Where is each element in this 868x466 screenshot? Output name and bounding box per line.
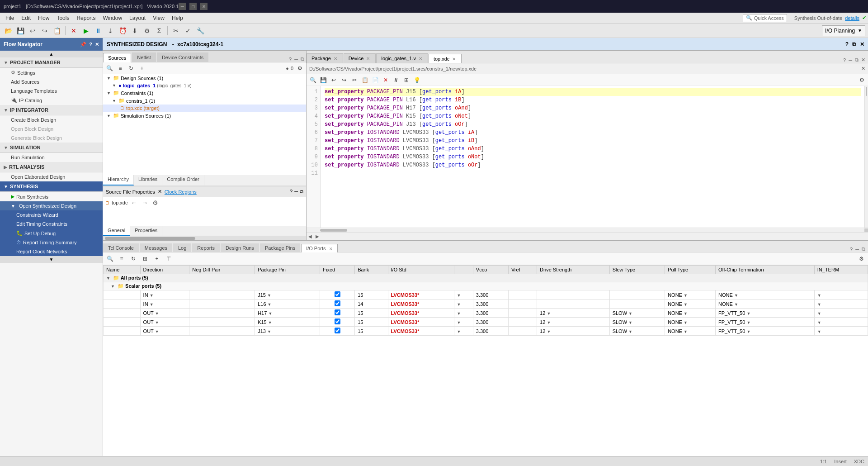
iostd-arrow-1[interactable]: ▼ [454, 290, 473, 300]
filter-button[interactable]: ≡ [116, 64, 125, 72]
direction-2[interactable]: IN ▼ [140, 300, 189, 309]
help-sfp-icon[interactable]: ? [290, 189, 292, 195]
close-device-tab[interactable]: ✕ [365, 56, 371, 61]
nav-item-run-simulation[interactable]: Run Simulation [0, 153, 103, 162]
redo-editor-button[interactable]: ↪ [340, 76, 349, 84]
flow-nav-close-icon[interactable]: ✕ [95, 42, 99, 48]
sources-settings-button[interactable]: ⚙ [295, 64, 304, 72]
add-source-button[interactable]: + [137, 64, 146, 72]
editor-hscroll-thumb[interactable] [320, 229, 347, 232]
fixed-checkbox-1[interactable] [335, 291, 340, 297]
next-file-button[interactable]: → [140, 199, 149, 206]
offchip-5[interactable]: FP_VTT_50 ▼ [716, 327, 815, 336]
interm-2[interactable]: ▼ [814, 300, 868, 309]
code-editor[interactable]: set_property PACKAGE_PIN J15 [get_ports … [321, 86, 864, 228]
pull-3[interactable]: NONE ▼ [665, 309, 716, 318]
delete-button[interactable]: ✕ [68, 25, 79, 36]
nav-item-edit-timing-constraints[interactable]: Edit Timing Constraints [0, 219, 103, 228]
undo-button[interactable]: ↩ [27, 25, 38, 36]
fixed-3[interactable] [320, 309, 355, 318]
fixed-5[interactable] [320, 327, 355, 336]
min-sfp-icon[interactable]: ─ [294, 189, 298, 195]
add-port-button[interactable]: ⊞ [140, 254, 150, 263]
delete-editor-button[interactable]: ✕ [381, 76, 390, 84]
package-pin-2[interactable]: L16 ▼ [255, 300, 320, 309]
undock-sfp-icon[interactable]: ⧉ [300, 189, 303, 195]
io-settings-button[interactable]: ⚙ [856, 254, 866, 263]
pull-1[interactable]: NONE ▼ [665, 290, 716, 300]
editor-tab-top-xdc[interactable]: top.xdc ✕ [429, 54, 462, 63]
iostd-arrow-2[interactable]: ▼ [454, 300, 473, 309]
clock-regions-label[interactable]: Clock Regions [165, 189, 197, 195]
drive-4[interactable]: 12 ▼ [537, 318, 610, 327]
tab-design-runs[interactable]: Design Runs [221, 243, 259, 252]
offchip-2[interactable]: NONE ▼ [716, 300, 815, 309]
prev-file-button[interactable]: ← [129, 199, 138, 206]
editor-vscrollbar[interactable] [864, 86, 868, 228]
slew-5[interactable]: SLOW ▼ [609, 327, 665, 336]
direction-5[interactable]: OUT ▼ [140, 327, 189, 336]
close-top-xdc-tab[interactable]: ✕ [451, 57, 457, 62]
all-ports-group-cell[interactable]: ▼ 📁 All ports (5) [104, 274, 868, 282]
offchip-4[interactable]: FP_VTT_50 ▼ [716, 318, 815, 327]
editor-tab-package[interactable]: Package ✕ [307, 53, 343, 63]
panel-undock-icon[interactable]: ⧉ [301, 56, 304, 62]
io-ports-table-container[interactable]: Name Direction Neg Diff Pair Package Pin… [103, 265, 868, 466]
sfp-scroll-thumb[interactable] [105, 237, 195, 240]
copy-button[interactable]: 📋 [52, 25, 62, 36]
nav-item-ip-catalog[interactable]: 🔌 IP Catalog [0, 95, 103, 105]
pause-button[interactable]: ⏸ [93, 25, 104, 36]
undo-editor-button[interactable]: ↩ [329, 76, 338, 84]
tab-log[interactable]: Log [173, 243, 191, 252]
tab-reports[interactable]: Reports [192, 243, 220, 252]
menu-flow[interactable]: Flow [34, 14, 53, 22]
cut-editor-button[interactable]: ✂ [350, 76, 359, 84]
tab-device-constraints[interactable]: Device Constraints [157, 52, 208, 62]
bottom-undock-icon[interactable]: ⧉ [862, 246, 865, 252]
interm-3[interactable]: ▼ [814, 309, 868, 318]
direction-3[interactable]: OUT ▼ [140, 309, 189, 318]
tab-tcl-console[interactable]: Tcl Console [103, 243, 139, 252]
program-button[interactable]: ⬇ [129, 25, 140, 36]
logic-gates-item[interactable]: ▼ ● logic_gates_1 (logic_gates_1.v) [103, 82, 306, 89]
copy-editor-button[interactable]: 📋 [360, 76, 369, 84]
nav-section-header-synthesis[interactable]: ▼ SYNTHESIS [0, 181, 103, 192]
subtab-libraries[interactable]: Libraries [134, 175, 162, 185]
iostd-1[interactable]: LVCMOS33* [388, 290, 454, 300]
refresh-button[interactable]: ↻ [127, 64, 136, 72]
editor-content[interactable]: 1 2 3 4 5 6 7 8 9 10 11 set_property PAC… [307, 86, 868, 228]
offchip-3[interactable]: FP_VTT_50 ▼ [716, 309, 815, 318]
wrench-button[interactable]: 🔧 [195, 25, 206, 36]
sfp-subtab-general[interactable]: General [103, 226, 130, 236]
menu-layout[interactable]: Layout [126, 14, 149, 22]
editor-close-icon[interactable]: ✕ [861, 57, 865, 63]
nav-item-set-up-debug[interactable]: 🐛 Set Up Debug [0, 228, 103, 238]
close-io-ports-tab[interactable]: ✕ [329, 247, 333, 251]
subtab-hierarchy[interactable]: Hierarchy [103, 175, 134, 185]
nav-item-constraints-wizard[interactable]: Constraints Wizard [0, 210, 103, 219]
nav-section-header-project-manager[interactable]: ▼ PROJECT MANAGER [0, 57, 103, 68]
fixed-4[interactable] [320, 318, 355, 327]
synth-details-link[interactable]: details [845, 15, 859, 21]
panel-float-icon[interactable]: ─ [294, 57, 298, 62]
open-button[interactable]: 📂 [3, 25, 14, 36]
left-arrow-icon[interactable]: ◀ [308, 234, 312, 239]
pull-4[interactable]: NONE ▼ [665, 318, 716, 327]
nav-item-open-elaborated-design[interactable]: Open Elaborated Design [0, 172, 103, 181]
subtab-compile-order[interactable]: Compile Order [162, 175, 204, 185]
iostd-arrow-4[interactable]: ▼ [454, 318, 473, 327]
nav-section-header-ip-integrator[interactable]: ▼ IP INTEGRATOR [0, 105, 103, 115]
run-button[interactable]: ▶ [80, 25, 91, 36]
grid-button[interactable]: ⊞ [402, 76, 411, 84]
constrs-1-item[interactable]: ▼ 📁 constrs_1 (1) [103, 97, 306, 105]
iostd-4[interactable]: LVCMOS33* [388, 318, 454, 327]
iostd-2[interactable]: LVCMOS33* [388, 300, 454, 309]
design-sources-group[interactable]: ▼ 📁 Design Sources (1) [103, 74, 306, 82]
nav-item-language-templates[interactable]: Language Templates [0, 86, 103, 95]
editor-settings-button[interactable]: ⚙ [857, 76, 866, 84]
nav-item-generate-block-design[interactable]: Generate Block Design [0, 133, 103, 143]
maximize-button[interactable]: □ [189, 3, 197, 10]
close-logic-gates-tab[interactable]: ✕ [418, 56, 423, 61]
package-pin-1[interactable]: J15 ▼ [255, 290, 320, 300]
editor-tab-logic-gates[interactable]: logic_gates_1.v ✕ [376, 53, 428, 63]
